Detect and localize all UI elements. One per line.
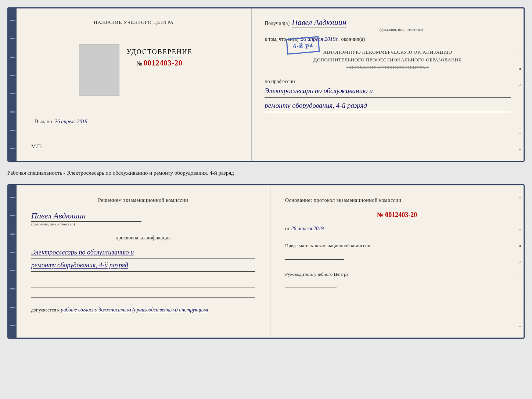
cert2-chairman-sig xyxy=(285,252,344,260)
cert2-fio-label: (фамилия, имя, отчество) xyxy=(31,222,75,226)
cert1-org-line2: ДОПОЛНИТЕЛЬНОГО ПРОФЕССИОНАЛЬНОГО ОБРАЗО… xyxy=(265,56,511,64)
cert2-director-block: Руководитель учебного Центра xyxy=(285,271,509,288)
cert1-recipient-name: Павел Авдюшин xyxy=(292,18,346,28)
cert2-left-page: Решением экзаменационной комиссии Павел … xyxy=(17,185,270,338)
cert1-training-center-title: НАЗВАНИЕ УЧЕБНОГО ЦЕНТРА xyxy=(94,19,173,25)
cert1-profession-line2: ремонту оборудования, 4-й разряд xyxy=(265,99,511,112)
cert1-issued-date: 26 апреля 2019 xyxy=(55,119,87,125)
cert1-org-name: " НАЗВАНИЕ УЧЕБНОГО ЦЕНТРА " xyxy=(265,64,511,72)
cert2-date: 26 апреля 2019 xyxy=(291,226,323,231)
cert1-left-page: НАЗВАНИЕ УЧЕБНОГО ЦЕНТРА УДОСТОВЕРЕНИЕ №… xyxy=(17,8,252,161)
cert1-received-line: Получил(а) Павел Авдюшин (фамилия, имя, … xyxy=(265,18,511,32)
cert2-protocol-date: от 26 апреля 2019 xyxy=(285,226,509,232)
certificate-book-2: Решением экзаменационной комиссии Павел … xyxy=(7,184,525,339)
cert1-number-prefix: № xyxy=(136,60,142,67)
cert2-number: 0012403-20 xyxy=(385,211,417,218)
cert1-org-block: 4-й ра АВТОНОМНУЮ НЕКОММЕРЧЕСКУЮ ОРГАНИЗ… xyxy=(265,49,511,71)
cert2-decision-title: Решением экзаменационной комиссии xyxy=(31,196,255,204)
cert1-right-page: Получил(а) Павел Авдюшин (фамилия, имя, … xyxy=(252,8,524,161)
cert2-sig-lines xyxy=(31,281,255,298)
cert2-right-page: Основание: протокол экзаменационной коми… xyxy=(270,185,524,338)
cert2-admission-label: допускается к xyxy=(31,307,60,313)
spine-left-2 xyxy=(8,185,17,338)
certificate-book-1: НАЗВАНИЕ УЧЕБНОГО ЦЕНТРА УДОСТОВЕРЕНИЕ №… xyxy=(7,7,525,162)
cert2-osnov-title: Основание: протокол экзаменационной коми… xyxy=(285,196,509,204)
cert2-qual-line2: ремонту оборудования, 4-й разряд xyxy=(31,259,255,272)
cert1-profession-label: по профессии xyxy=(265,79,511,85)
cert2-qual-line1: Электрослесарь по обслуживанию и xyxy=(31,246,255,259)
cert2-chairman-label: Председатель экзаменационной комиссии xyxy=(285,242,509,249)
cert2-date-prefix: от xyxy=(285,226,290,231)
cert1-issue-line: Выдано 26 апреля 2019 xyxy=(35,119,87,125)
cert2-assigned-label: присвоена квалификация xyxy=(31,235,255,241)
cert2-admission-text: работе согласно должностным (производств… xyxy=(61,307,208,313)
cert1-received-label: Получил(а) xyxy=(265,21,290,26)
cert1-mp: М.П. xyxy=(31,144,42,150)
cert2-chairman-block: Председатель экзаменационной комиссии xyxy=(285,242,509,260)
cert2-director-sig xyxy=(285,281,337,288)
caption-text: Рабочая специальность - Электрослесарь п… xyxy=(7,168,525,178)
cert2-director-label: Руководитель учебного Центра xyxy=(285,271,509,278)
cert1-issued-label: Выдано xyxy=(35,119,52,124)
cert1-finished-label: окончил(а) xyxy=(341,36,365,42)
right-decorations-1: – – – и ,а ← – – – xyxy=(516,8,524,161)
cert1-profession-block: по профессии Электрослесарь по обслужива… xyxy=(265,79,511,112)
cert1-doc-label: УДОСТОВЕРЕНИЕ xyxy=(127,48,193,56)
cert1-stamp: 4-й ра xyxy=(286,36,320,55)
cert2-number-prefix: № xyxy=(377,211,384,218)
cert1-profession-line1: Электрослесарь по обслуживанию и xyxy=(265,85,511,97)
cert1-number: 0012403-20 xyxy=(143,59,183,67)
cert2-qual-block: Электрослесарь по обслуживанию и ремонту… xyxy=(31,246,255,272)
cert2-name-block: Павел Авдюшин (фамилия, имя, отчество) xyxy=(31,211,255,226)
cert1-number-block: УДОСТОВЕРЕНИЕ № 0012403-20 xyxy=(127,48,193,92)
photo-placeholder xyxy=(79,44,119,96)
cert1-stamp-text: 4-й ра xyxy=(292,41,313,50)
spine-left-1 xyxy=(8,8,17,161)
right-decorations-2: – – – и ,а ← – – – xyxy=(516,185,524,338)
cert2-admission-block: допускается к работе согласно должностны… xyxy=(31,307,255,313)
cert2-protocol-number: № 0012403-20 xyxy=(285,211,509,219)
cert2-name: Павел Авдюшин xyxy=(31,211,141,222)
